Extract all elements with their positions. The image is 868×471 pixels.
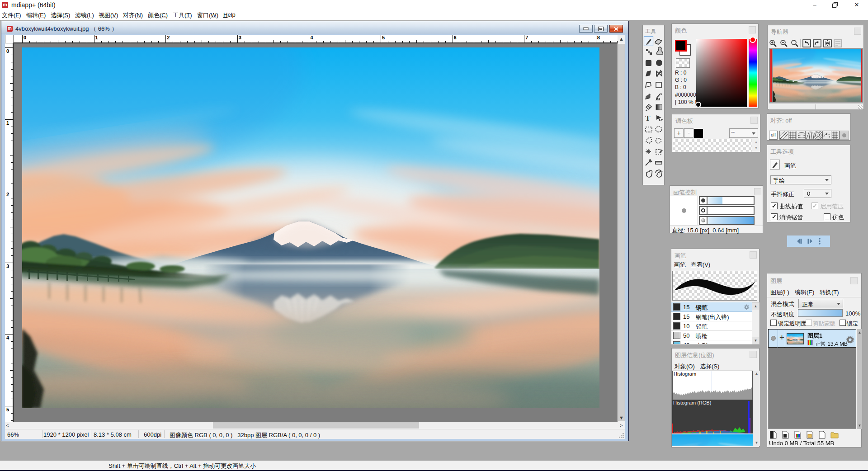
svg-text:T: T (645, 114, 651, 122)
